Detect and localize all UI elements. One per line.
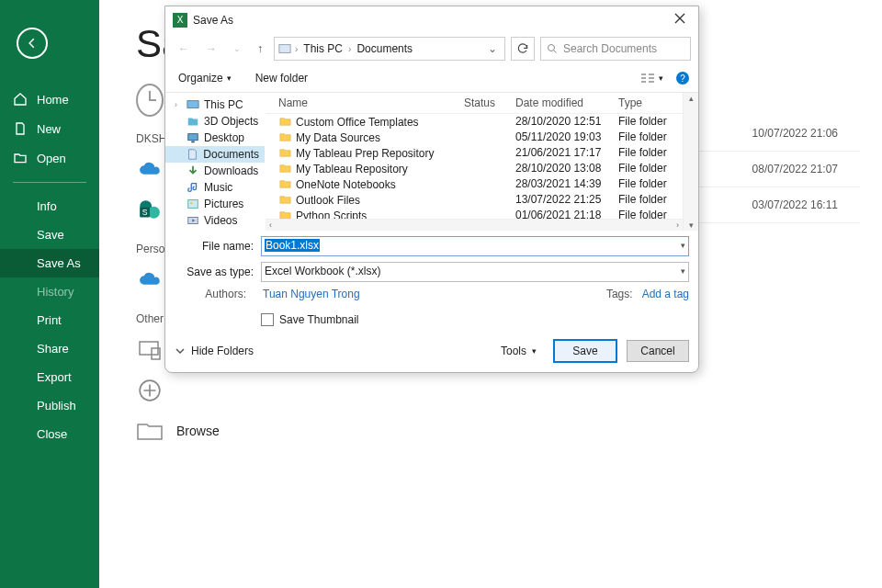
sidebar-item-new[interactable]: New (0, 114, 99, 143)
svg-rect-10 (188, 134, 198, 141)
sidebar-item-save[interactable]: Save (0, 220, 99, 249)
sidebar-item-save-as[interactable]: Save As (0, 249, 99, 277)
nav-recent-dropdown[interactable]: ⌄ (228, 42, 246, 55)
tree-node-desktop[interactable]: Desktop (165, 130, 265, 146)
help-button[interactable]: ? (676, 72, 689, 85)
file-row[interactable]: Custom Office Templates28/10/2020 12:51F… (266, 114, 683, 130)
new-icon (13, 121, 28, 136)
breadcrumb-item[interactable]: This PC (301, 40, 345, 57)
nav-up-button[interactable]: ↑ (252, 40, 268, 57)
dialog-toolbar: Organize▾ New folder ▾ ? (165, 64, 698, 93)
folder3d-icon (187, 115, 199, 128)
sidebar-item-close[interactable]: Close (0, 420, 99, 448)
vids-icon (187, 214, 199, 227)
file-name: Python Scripts (296, 209, 367, 220)
svg-point-13 (190, 202, 193, 205)
hide-folders-label: Hide Folders (191, 345, 254, 357)
tree-node-music[interactable]: Music (165, 179, 265, 196)
view-options-dropdown[interactable]: ▾ (637, 71, 667, 85)
location-browse[interactable]: Browse (136, 415, 347, 447)
column-header-type[interactable]: Type (618, 96, 683, 109)
tree-label: This PC (204, 98, 243, 111)
file-row[interactable]: My Data Sources05/11/2020 19:03File fold… (266, 130, 683, 145)
sidebar-item-history: History (0, 277, 99, 306)
tree-node-pictures[interactable]: Pictures (165, 196, 265, 212)
sidebar-item-export[interactable]: Export (0, 363, 99, 391)
save-button[interactable]: Save (553, 339, 617, 363)
add-place-icon (136, 377, 164, 404)
search-input[interactable]: Search Documents (540, 37, 691, 61)
save-type-select[interactable]: Excel Workbook (*.xlsx) ▾ (261, 262, 689, 282)
save-type-label: Save as type: (175, 266, 261, 278)
file-row[interactable]: My Tableau Repository28/10/2020 13:08Fil… (266, 161, 683, 176)
tree-node-downloads[interactable]: Downloads (165, 163, 265, 179)
tree-node-3d-objects[interactable]: 3D Objects (165, 113, 265, 130)
tree-node-local-disk-c-[interactable]: ›Local Disk (C:) (165, 229, 265, 231)
new-folder-button[interactable]: New folder (252, 70, 311, 86)
close-button[interactable] (669, 11, 691, 28)
back-button[interactable] (17, 28, 48, 59)
tree-label: Pictures (204, 198, 243, 210)
file-name-value: Book1.xlsx (265, 239, 320, 252)
sidebar-item-info[interactable]: Info (0, 192, 99, 220)
file-row[interactable]: Python Scripts01/06/2021 21:18File folde… (266, 208, 683, 219)
excel-icon: X (173, 13, 187, 28)
sidebar-item-home[interactable]: Home (0, 85, 99, 114)
sidebar-item-share[interactable]: Share (0, 334, 99, 363)
organize-dropdown[interactable]: Organize▾ (175, 70, 235, 86)
tags-input[interactable]: Add a tag (642, 288, 689, 300)
file-row[interactable]: Outlook Files13/07/2022 21:25File folder (266, 192, 683, 208)
tree-node-this-pc[interactable]: ›This PC (165, 96, 265, 113)
sidebar-item-print[interactable]: Print (0, 306, 99, 334)
tree-node-documents[interactable]: Documents (165, 146, 265, 163)
file-list: Custom Office Templates28/10/2020 12:51F… (266, 114, 683, 219)
file-row[interactable]: My Tableau Prep Repository21/06/2021 17:… (266, 145, 683, 161)
svg-point-8 (548, 45, 555, 51)
cancel-button[interactable]: Cancel (627, 340, 689, 362)
open-folder-icon (13, 151, 28, 165)
file-type: File folder (618, 146, 683, 160)
sidebar-item-open[interactable]: Open (0, 143, 99, 173)
authors-value[interactable]: Tuan Nguyen Trong (263, 288, 360, 300)
sidebar-item-publish[interactable]: Publish (0, 391, 99, 420)
folder-icon (136, 417, 164, 445)
location-add-place[interactable] (136, 375, 347, 406)
cloud-icon (136, 266, 164, 294)
cloud-icon (136, 156, 164, 184)
column-header-status[interactable]: Status (464, 96, 515, 109)
tools-label: Tools (501, 345, 526, 357)
column-header-date[interactable]: Date modified (515, 96, 618, 109)
address-dropdown[interactable]: ⌄ (484, 42, 501, 55)
dialog-nav-bar: ← → ⌄ ↑ › This PC › Documents ⌄ Search D… (165, 33, 698, 64)
file-name-input[interactable]: Book1.xlsx ▾ (261, 236, 689, 256)
toolbar-label: Organize (178, 72, 223, 85)
search-icon (547, 43, 558, 54)
pics-icon (187, 198, 199, 210)
sidebar-item-label: Export (37, 370, 72, 384)
vertical-scrollbar[interactable]: ▴ ▾ (683, 93, 698, 231)
hide-folders-button[interactable]: Hide Folders (175, 345, 254, 357)
chevron-down-icon[interactable]: ▾ (681, 266, 685, 276)
file-type: File folder (618, 177, 683, 191)
refresh-button[interactable] (511, 37, 535, 61)
tools-dropdown[interactable]: Tools▾ (501, 345, 537, 357)
tree-label: Music (204, 181, 232, 194)
tree-node-videos[interactable]: Videos (165, 212, 265, 229)
chevron-down-icon[interactable]: ▾ (681, 241, 685, 250)
location-label: Browse (176, 424, 220, 438)
sidebar-item-label: New (37, 122, 61, 136)
file-date: 28/10/2020 12:51 (515, 115, 618, 129)
column-header-name[interactable]: Name (278, 96, 464, 109)
sidebar-item-label: Save (37, 228, 64, 242)
sidebar-item-label: Save As (37, 256, 81, 270)
file-date: 13/07/2022 21:25 (515, 193, 618, 207)
docs-icon (186, 148, 198, 161)
address-bar[interactable]: › This PC › Documents ⌄ (274, 37, 505, 61)
file-row[interactable]: OneNote Notebooks28/03/2021 14:39File fo… (266, 176, 683, 192)
breadcrumb-item[interactable]: Documents (355, 40, 414, 57)
file-name: Outlook Files (296, 194, 360, 207)
horizontal-scrollbar[interactable]: ‹› (266, 219, 683, 231)
save-thumbnail-checkbox[interactable] (261, 313, 274, 326)
dialog-titlebar[interactable]: X Save As (165, 6, 698, 33)
music-icon (187, 181, 199, 194)
